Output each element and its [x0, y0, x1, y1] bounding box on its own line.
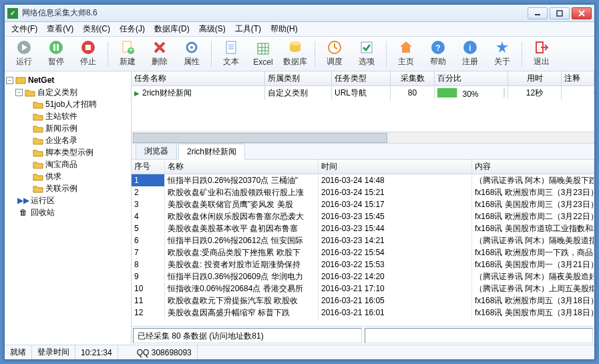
stop-button[interactable]: 停止 [73, 39, 104, 69]
data-row[interactable]: 5美股收盘美股基本收平 盘初因布鲁塞2016-03-23 15:44fx168讯… [132, 222, 594, 234]
data-grid-body[interactable]: 1恒指半日跌0.26%报20370点 三桶油"2016-03-24 14:48（… [132, 174, 594, 326]
data-row[interactable]: 9恒指半日跌0.36%报20609点 华润电力2016-03-22 14:20（… [132, 270, 594, 283]
pause-icon [49, 40, 63, 55]
svg-point-17 [190, 46, 193, 49]
close-button[interactable] [572, 7, 592, 19]
task-col-header[interactable]: 注释 [562, 71, 594, 85]
tree-item[interactable]: 供求 [6, 170, 130, 182]
tree-root[interactable]: −NetGet [6, 74, 130, 86]
data-row[interactable]: 11欧股收盘欧元下滑提振汽车股 欧股收2016-03-21 16:05fx168… [132, 295, 594, 307]
about-button[interactable]: 关于 [487, 39, 518, 69]
menu-item[interactable]: 查看(V) [43, 22, 77, 36]
minimize-button[interactable] [528, 7, 548, 19]
maximize-button[interactable] [550, 7, 570, 19]
svg-text:+: + [128, 45, 133, 55]
tree-item[interactable]: 脚本类型示例 [6, 146, 130, 158]
gear-icon [184, 40, 199, 55]
opt-button[interactable]: 选项 [351, 39, 382, 69]
svg-rect-32 [361, 42, 372, 53]
tree-run-area[interactable]: ▶▶运行区 [6, 194, 130, 206]
folder-icon [33, 136, 43, 145]
prop-button[interactable]: 属性 [176, 39, 207, 69]
tree-item[interactable]: 关联示例 [6, 182, 130, 194]
tree-custom-category[interactable]: −自定义类别 [6, 86, 130, 98]
data-row[interactable]: 2欧股收盘矿业和石油股领跌银行股上涨2016-03-24 15:21fx168讯… [132, 186, 594, 198]
task-col-header[interactable]: 任务类型 [332, 71, 391, 85]
menu-item[interactable]: 高级(S) [195, 22, 230, 36]
grid-col-header[interactable]: 序号 [132, 160, 165, 174]
grid-col-header[interactable]: 内容 [472, 160, 594, 174]
sched-button[interactable]: 调度 [319, 39, 350, 69]
tree-item[interactable]: 淘宝商品 [6, 158, 130, 170]
exit-icon [534, 40, 549, 55]
window-title: 网络信息采集大师8.6 [22, 7, 528, 19]
data-row[interactable]: 7欧股收盘:受商品类股下挫拖累 欧股下2016-03-22 15:54fx168… [132, 246, 594, 258]
new-button[interactable]: +新建 [112, 39, 143, 69]
menu-item[interactable]: 帮助(H) [266, 22, 302, 36]
home-button[interactable]: 主页 [391, 39, 421, 69]
info-icon: i [463, 40, 477, 55]
task-row[interactable]: ▶2rich财经新闻 自定义类别 URL导航 80 30% 12秒 [132, 86, 594, 100]
menu-item[interactable]: 类别(C) [79, 22, 114, 36]
tree-item[interactable]: 企业名录 [6, 134, 130, 146]
grid-col-header[interactable]: 时间 [319, 160, 472, 174]
exit-button[interactable]: 退出 [526, 39, 557, 69]
data-row[interactable]: 4欧股收盘休闲娱乐股因布鲁塞尔恐袭大2016-03-23 15:45fx168讯… [132, 210, 594, 222]
new-icon: + [120, 40, 135, 55]
data-row[interactable]: 10恒指收涨0.06%报20684点 香港交易所2016-03-21 17:10… [132, 283, 594, 295]
data-row[interactable]: 12美股收盘因高盛升幅缩窄 标普下跌2016-03-21 16:01fx168讯… [132, 307, 594, 319]
menu-item[interactable]: 工具(T) [231, 22, 265, 36]
tree-item[interactable]: 主站软件 [6, 110, 130, 122]
toolbar: 运行暂停停止+新建删除属性文本Excel数据库调度选项主页?帮助i注册关于退出 [5, 37, 594, 71]
help-button[interactable]: ?帮助 [423, 39, 453, 69]
home-icon [399, 40, 413, 55]
data-row[interactable]: 1恒指半日跌0.26%报20370点 三桶油"2016-03-24 14:48（… [132, 174, 594, 186]
delete-button[interactable]: 删除 [144, 39, 175, 69]
data-row[interactable]: 3美股收盘美联储官员鹰"姿风发 美股2016-03-24 15:17fx168讯… [132, 198, 594, 210]
menu-item[interactable]: 任务(J) [116, 22, 149, 36]
statusbar: 就绪 登录时间 10:21:34 QQ 308698093 [5, 345, 594, 359]
task-col-header[interactable]: 所属类别 [265, 71, 332, 85]
svg-rect-41 [16, 77, 25, 83]
task-col-header[interactable]: 采集数 [391, 71, 435, 85]
svg-rect-7 [53, 44, 55, 51]
stop-icon [81, 40, 95, 55]
task-col-header[interactable]: 用时 [508, 71, 562, 85]
folder-icon [33, 124, 43, 133]
clock-icon [327, 40, 342, 55]
tab[interactable]: 2rich财经新闻 [178, 144, 245, 160]
doc-icon [224, 40, 238, 55]
tab-strip: 浏览器2rich财经新闻 [132, 144, 594, 160]
task-hscroll[interactable] [132, 132, 594, 143]
task-col-header[interactable]: 任务名称 [132, 71, 265, 85]
reg-button[interactable]: i注册 [455, 39, 485, 69]
folder-icon [33, 172, 43, 181]
summary-bar: 已经采集 80 条数据 (访问地址数81) [132, 326, 594, 345]
tab[interactable]: 浏览器 [136, 143, 177, 159]
grid-col-header[interactable]: 名称 [165, 160, 319, 174]
xls-icon [256, 41, 270, 56]
db-button[interactable]: 数据库 [280, 39, 311, 69]
svg-point-28 [290, 41, 301, 45]
tree-recycle[interactable]: 🗑回收站 [6, 206, 130, 218]
run-button[interactable]: 运行 [9, 39, 39, 69]
data-row[interactable]: 6恒指半日跌0.26%报20612点 恒安国际2016-03-23 14:21（… [132, 234, 594, 246]
task-col-header[interactable]: 百分比 [435, 71, 508, 85]
progress-bar: 30% [437, 88, 505, 98]
play-icon [17, 40, 31, 55]
menubar: 文件(F)查看(V)类别(C)任务(J)数据库(D)高级(S)工具(T)帮助(H… [5, 22, 594, 37]
text-button[interactable]: 文本 [216, 39, 246, 69]
data-grid: 序号名称时间内容 1恒指半日跌0.26%报20370点 三桶油"2016-03-… [132, 160, 594, 326]
app-icon: ✓ [7, 8, 18, 19]
menu-item[interactable]: 数据库(D) [150, 22, 194, 36]
svg-rect-22 [258, 43, 268, 54]
data-row[interactable]: 8美股收盘: 投资者对股市近期涨势保持2016-03-22 15:53fx168… [132, 258, 594, 270]
pause-button[interactable]: 暂停 [41, 39, 71, 69]
menu-item[interactable]: 文件(F) [7, 22, 41, 36]
tree-item[interactable]: 51job人才招聘 [6, 98, 130, 110]
folder-icon [33, 148, 43, 157]
x-icon [152, 40, 167, 55]
svg-rect-8 [57, 44, 59, 51]
tree-item[interactable]: 新闻示例 [6, 122, 130, 134]
excel-button[interactable]: Excel [248, 39, 278, 69]
